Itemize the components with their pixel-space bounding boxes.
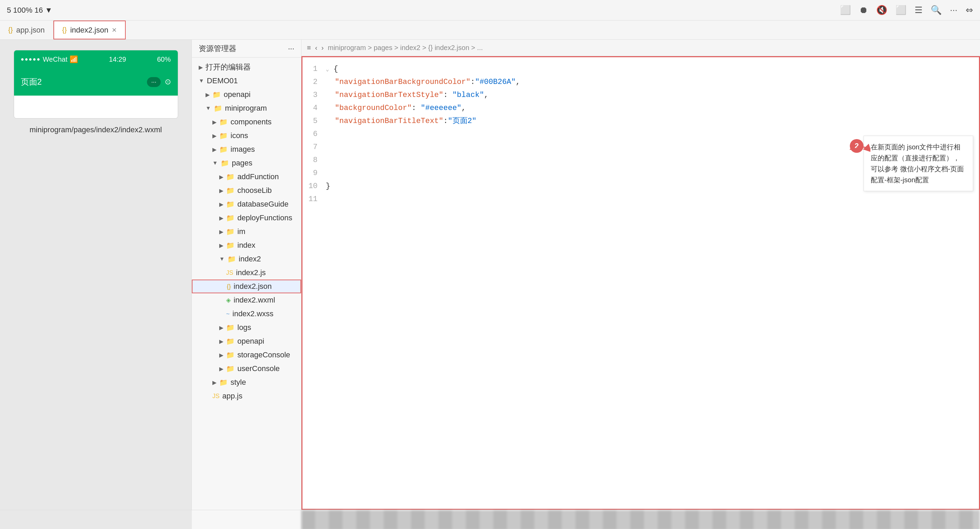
tree-item-label: index [237, 241, 256, 250]
chevron-icon: ▼ [205, 105, 211, 112]
tree-item-label: userConsole [237, 364, 280, 373]
file-icon-js: JS [226, 269, 233, 277]
phone-nav-title: 页面2 [21, 76, 42, 88]
back-forward-icon[interactable]: ⇔ [966, 5, 973, 16]
chevron-icon: ▶ [199, 64, 203, 70]
nav-back-icon[interactable]: ‹ [315, 44, 318, 52]
tooltip-balloon: 在新页面的 json文件中进行相应的配置（直接进行配置），可以参考 微信小程序文… [864, 136, 973, 191]
tree-item-label: databaseGuide [237, 200, 288, 209]
middle-preview-space [0, 510, 192, 529]
volume-icon[interactable]: 🔇 [876, 5, 887, 16]
sidebar-item-index2-js[interactable]: JS index2.js [192, 266, 301, 280]
phone-more-btn[interactable]: ··· [147, 77, 160, 87]
code-line-4: "backgroundColor": "#eeeeee", [326, 102, 979, 115]
phone-home-icon: ⊙ [165, 77, 171, 86]
sidebar-item-components[interactable]: ▶ 📁 components [192, 115, 301, 129]
chevron-icon: ▶ [212, 132, 216, 139]
sidebar-item-index2-wxss[interactable]: ~ index2.wxss [192, 307, 301, 321]
preview-panel: ●●●●● WeChat 📶 14:29 60% 页面2 ··· ⊙ minip… [0, 40, 192, 510]
phone-frame: ●●●●● WeChat 📶 14:29 60% 页面2 ··· ⊙ [14, 50, 178, 118]
sidebar-item-index2-json[interactable]: {} index2.json [192, 280, 301, 293]
tree-item-label: index2.wxml [234, 296, 275, 304]
tab-close-index2-json[interactable]: ✕ [112, 26, 117, 34]
tree-item-label: im [237, 227, 245, 236]
sidebar-item-logs[interactable]: ▶ 📁 logs [192, 321, 301, 335]
tab-bar: {} app.json {} index2.json ✕ [0, 21, 980, 40]
sidebar-item-style[interactable]: ▶ 📁 style [192, 376, 301, 389]
sidebar-item-addFunction[interactable]: ▶ 📁 addFunction [192, 170, 301, 184]
file-tree-panel: 资源管理器 ··· ▶ 打开的编辑器 ▼ DEMO01 ▶ 📁 openapi [192, 40, 301, 510]
phone-carrier: WeChat [43, 56, 67, 64]
sidebar-item-storageConsole[interactable]: ▶ 📁 storageConsole [192, 348, 301, 362]
nav-forward-icon[interactable]: › [321, 44, 324, 52]
editor-panel: ≡ ‹ › miniprogram > pages > index2 > {} … [301, 40, 980, 510]
chevron-icon: ▶ [212, 119, 216, 125]
tablet-icon[interactable]: ⬜ [840, 5, 851, 16]
chevron-icon: ▼ [212, 160, 218, 166]
folder-icon: 📁 [219, 118, 228, 126]
tab-icon-app-json: {} [8, 26, 13, 34]
sidebar-item-userConsole[interactable]: ▶ 📁 userConsole [192, 362, 301, 376]
file-tree-content: ▶ 打开的编辑器 ▼ DEMO01 ▶ 📁 openapi ▼ 📁 minipr… [192, 57, 301, 510]
folder-icon: 📁 [219, 378, 228, 386]
sidebar-item-index2[interactable]: ▼ 📁 index2 [192, 252, 301, 266]
tree-item-label: style [231, 378, 246, 387]
phone-status-bar: ●●●●● WeChat 📶 14:29 60% [14, 50, 178, 68]
tooltip-text: 在新页面的 json文件中进行相应的配置（直接进行配置），可以参考 微信小程序文… [871, 143, 964, 184]
sidebar-item-index[interactable]: ▶ 📁 index [192, 239, 301, 252]
tree-item-label: components [231, 118, 272, 126]
tree-item-label: index2.json [234, 282, 272, 291]
sidebar-item-open-editors[interactable]: ▶ 打开的编辑器 [192, 60, 301, 74]
tree-item-label: app.js [222, 392, 242, 400]
tab-index2-json[interactable]: {} index2.json ✕ [53, 21, 126, 40]
tree-item-label: index2.wxss [232, 309, 274, 318]
tab-app-json[interactable]: {} app.json [0, 21, 53, 40]
code-area[interactable]: ⌄ { "navigationBarBackgroundColor":"#00B… [323, 63, 979, 503]
expand-icon[interactable]: ⬜ [896, 5, 906, 16]
toolbar-icons: ⬜ ⏺ 🔇 ⬜ ☰ 🔍 ··· ⇔ [840, 5, 973, 16]
sidebar-item-demo01[interactable]: ▼ DEMO01 [192, 74, 301, 88]
more-icon[interactable]: ··· [950, 5, 958, 16]
sidebar-item-chooseLib[interactable]: ▶ 📁 chooseLib [192, 184, 301, 198]
middle-tree-space [192, 510, 301, 529]
sidebar-item-app-js[interactable]: JS app.js [192, 389, 301, 403]
sidebar-item-im[interactable]: ▶ 📁 im [192, 225, 301, 239]
file-tree-header: 资源管理器 ··· [192, 40, 301, 57]
chevron-icon: ▶ [212, 379, 216, 386]
list-icon[interactable]: ☰ [915, 5, 923, 16]
chevron-icon: ▶ [212, 146, 216, 153]
chevron-icon: ▶ [205, 91, 210, 98]
chevron-icon: ▶ [219, 325, 223, 331]
record-icon[interactable]: ⏺ [859, 5, 868, 16]
tree-item-label: index2.js [236, 268, 266, 277]
sidebar-item-pages[interactable]: ▼ 📁 pages [192, 156, 301, 170]
sidebar-item-icons[interactable]: ▶ 📁 icons [192, 129, 301, 143]
phone-signal: ●●●●● [21, 56, 41, 62]
breadcrumb: miniprogram > pages > index2 > {} index2… [328, 44, 483, 52]
tree-item-label: chooseLib [237, 186, 272, 195]
sidebar-item-deployFunctions[interactable]: ▶ 📁 deployFunctions [192, 211, 301, 225]
code-line-11 [326, 193, 979, 206]
collapse-icon[interactable]: ≡ [307, 44, 311, 52]
phone-nav-bar: 页面2 ··· ⊙ [14, 68, 178, 96]
sidebar-item-miniprogram[interactable]: ▼ 📁 miniprogram [192, 101, 301, 115]
folder-icon: 📁 [221, 159, 229, 167]
sidebar-item-openapi[interactable]: ▶ 📁 openapi [192, 88, 301, 101]
folder-icon: 📁 [219, 145, 228, 153]
tab-label-index2-json: index2.json [70, 26, 108, 35]
search-icon[interactable]: 🔍 [931, 5, 942, 16]
folder-icon: 📁 [226, 228, 235, 236]
chevron-icon: ▶ [219, 228, 223, 235]
sidebar-item-databaseGuide[interactable]: ▶ 📁 databaseGuide [192, 198, 301, 211]
folder-icon: 📁 [212, 91, 221, 99]
zoom-label[interactable]: 5 100% 16 ▼ [7, 6, 52, 15]
phone-wifi-icon: 📶 [70, 55, 78, 64]
sidebar-item-index2-wxml[interactable]: ◈ index2.wxml [192, 293, 301, 307]
file-icon-json: {} [227, 283, 231, 290]
sidebar-item-images[interactable]: ▶ 📁 images [192, 143, 301, 156]
file-icon-wxss: ~ [226, 311, 230, 318]
main-toolbar: 5 100% 16 ▼ ⬜ ⏺ 🔇 ⬜ ☰ 🔍 ··· ⇔ [0, 0, 980, 21]
file-tree-more-icon[interactable]: ··· [288, 44, 294, 53]
editor-content[interactable]: 1 2 3 4 5 6 7 8 9 10 11 ⌄ { "navigationB… [301, 56, 980, 510]
sidebar-item-pages-openapi[interactable]: ▶ 📁 openapi [192, 335, 301, 348]
